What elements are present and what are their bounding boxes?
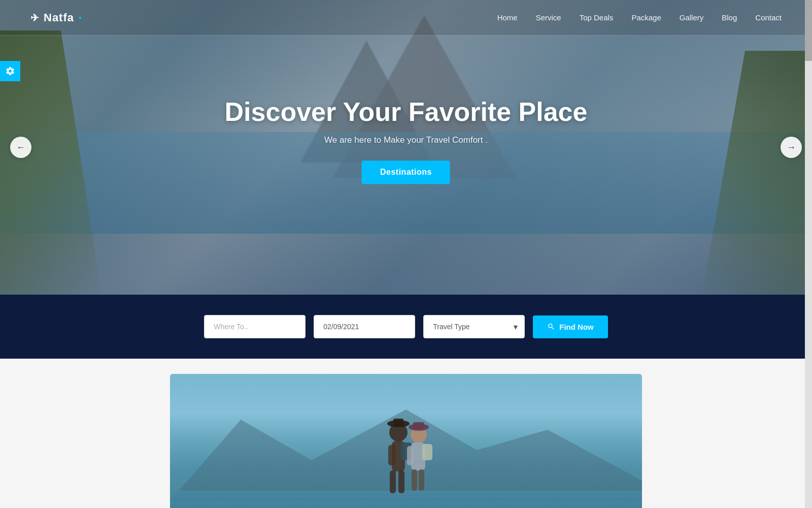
nav-home[interactable]: Home — [497, 13, 518, 22]
logo-plane-icon: ✈ — [30, 12, 40, 24]
svg-rect-11 — [419, 469, 424, 491]
svg-rect-2 — [388, 445, 395, 465]
nav-package[interactable]: Package — [631, 13, 661, 22]
svg-rect-4 — [390, 470, 396, 493]
scrollbar[interactable] — [805, 0, 812, 508]
gear-icon — [5, 66, 15, 76]
hero-title: Discover Your Favorite Place — [225, 97, 588, 127]
search-icon — [547, 323, 555, 331]
hero-content: Discover Your Favorite Place We are here… — [225, 97, 588, 184]
section-below — [0, 359, 812, 508]
settings-button[interactable] — [0, 61, 20, 81]
navbar: ✈ Natfa· Home Service Top Deals Package … — [0, 0, 812, 36]
scrollbar-thumb[interactable] — [805, 0, 812, 61]
logo-text: Natfa — [44, 11, 74, 24]
svg-rect-15 — [422, 444, 432, 460]
svg-rect-12 — [412, 469, 417, 491]
nav-links: Home Service Top Deals Package Gallery B… — [497, 13, 782, 22]
where-to-input[interactable] — [204, 315, 306, 338]
find-now-button[interactable]: Find Now — [533, 315, 608, 338]
destinations-button[interactable]: Destinations — [362, 161, 450, 184]
find-now-label: Find Now — [559, 323, 594, 331]
travel-type-wrapper: Travel Type Flight Hotel Tour Cruise — [423, 315, 525, 338]
nav-service[interactable]: Service — [536, 13, 561, 22]
hero-next-button[interactable]: → — [781, 137, 802, 158]
hikers-illustration — [365, 404, 447, 506]
arrow-right-icon: → — [787, 142, 796, 153]
arrow-left-icon: ← — [16, 142, 25, 153]
search-form: Travel Type Flight Hotel Tour Cruise Fin… — [204, 315, 608, 338]
svg-rect-14 — [413, 422, 424, 429]
svg-rect-7 — [393, 419, 403, 426]
hero-prev-button[interactable]: ← — [10, 137, 31, 158]
travel-type-select[interactable]: Travel Type Flight Hotel Tour Cruise — [423, 315, 525, 338]
nav-blog[interactable]: Blog — [722, 13, 737, 22]
logo-dot: · — [78, 11, 83, 25]
date-input[interactable] — [314, 315, 415, 338]
nav-top-deals[interactable]: Top Deals — [580, 13, 614, 22]
hero-section: ← → Discover Your Favorite Place We are … — [0, 0, 812, 295]
nav-contact[interactable]: Contact — [755, 13, 782, 22]
svg-rect-10 — [407, 446, 413, 465]
hikers-image — [170, 374, 642, 508]
search-bar: Travel Type Flight Hotel Tour Cruise Fin… — [0, 295, 812, 359]
nav-gallery[interactable]: Gallery — [680, 13, 704, 22]
logo: ✈ Natfa· — [30, 11, 83, 25]
hero-subtitle: We are here to Make your Travel Comfort … — [225, 135, 588, 145]
svg-rect-3 — [398, 470, 404, 493]
